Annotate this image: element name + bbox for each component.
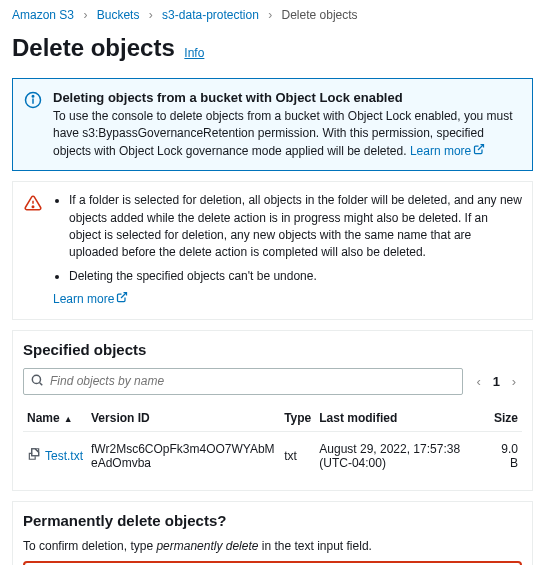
external-link-icon (473, 143, 485, 160)
svg-point-2 (32, 96, 34, 98)
svg-line-8 (40, 382, 43, 385)
objects-table: Name▲ Version ID Type Last modified Size… (23, 405, 522, 480)
page-title: Delete objects (12, 34, 175, 62)
file-icon (27, 447, 41, 464)
warning-bullet: Deleting the specified objects can't be … (69, 268, 522, 285)
search-input[interactable] (44, 374, 456, 388)
confirm-input-highlight (23, 561, 522, 565)
table-row: Test.txt fWr2Msc6COpFk3m4OO7WYAbMeAdOmvb… (23, 431, 522, 480)
file-name-link[interactable]: Test.txt (45, 449, 83, 463)
confirm-panel: Permanently delete objects? To confirm d… (12, 501, 533, 565)
confirm-title: Permanently delete objects? (23, 512, 522, 529)
external-link-icon (116, 291, 128, 308)
prev-page-button[interactable]: ‹ (471, 373, 487, 389)
file-size: 9.0 B (487, 431, 522, 480)
file-type: txt (280, 431, 315, 480)
chevron-right-icon: › (268, 8, 272, 22)
version-id: fWr2Msc6COpFk3m4OO7WYAbMeAdOmvba (87, 431, 280, 480)
col-last-modified[interactable]: Last modified (315, 405, 487, 432)
breadcrumb-buckets[interactable]: Buckets (97, 8, 140, 22)
page-header: Delete objects Info (0, 30, 545, 72)
breadcrumb-s3[interactable]: Amazon S3 (12, 8, 74, 22)
specified-objects-title: Specified objects (23, 341, 522, 358)
next-page-button[interactable]: › (506, 373, 522, 389)
info-icon (23, 89, 43, 160)
breadcrumb-bucket[interactable]: s3-data-protection (162, 8, 259, 22)
col-size[interactable]: Size (487, 405, 522, 432)
search-input-wrap[interactable] (23, 368, 463, 395)
svg-point-5 (32, 206, 34, 208)
col-type[interactable]: Type (280, 405, 315, 432)
specified-objects-panel: Specified objects ‹ 1 › Name▲ Version ID… (12, 330, 533, 491)
svg-line-3 (478, 144, 484, 150)
learn-more-link[interactable]: Learn more (410, 144, 485, 158)
svg-point-7 (32, 375, 40, 383)
warning-alert: If a folder is selected for deletion, al… (12, 181, 533, 319)
last-modified: August 29, 2022, 17:57:38 (UTC-04:00) (315, 431, 487, 480)
warning-icon (23, 192, 43, 308)
svg-line-6 (121, 293, 127, 299)
pager: ‹ 1 › (471, 373, 522, 389)
search-icon (30, 373, 44, 390)
info-link[interactable]: Info (184, 46, 204, 60)
object-lock-alert: Deleting objects from a bucket with Obje… (12, 78, 533, 171)
chevron-right-icon: › (149, 8, 153, 22)
confirm-prompt: To confirm deletion, type permanently de… (23, 539, 522, 553)
warning-bullet: If a folder is selected for deletion, al… (69, 192, 522, 262)
breadcrumb: Amazon S3 › Buckets › s3-data-protection… (0, 0, 545, 30)
breadcrumb-current: Delete objects (282, 8, 358, 22)
chevron-right-icon: › (83, 8, 87, 22)
col-name[interactable]: Name▲ (23, 405, 87, 432)
col-version[interactable]: Version ID (87, 405, 280, 432)
object-lock-alert-title: Deleting objects from a bucket with Obje… (53, 90, 403, 105)
sort-asc-icon: ▲ (64, 414, 73, 424)
page-number: 1 (493, 374, 500, 389)
learn-more-link[interactable]: Learn more (53, 292, 128, 306)
